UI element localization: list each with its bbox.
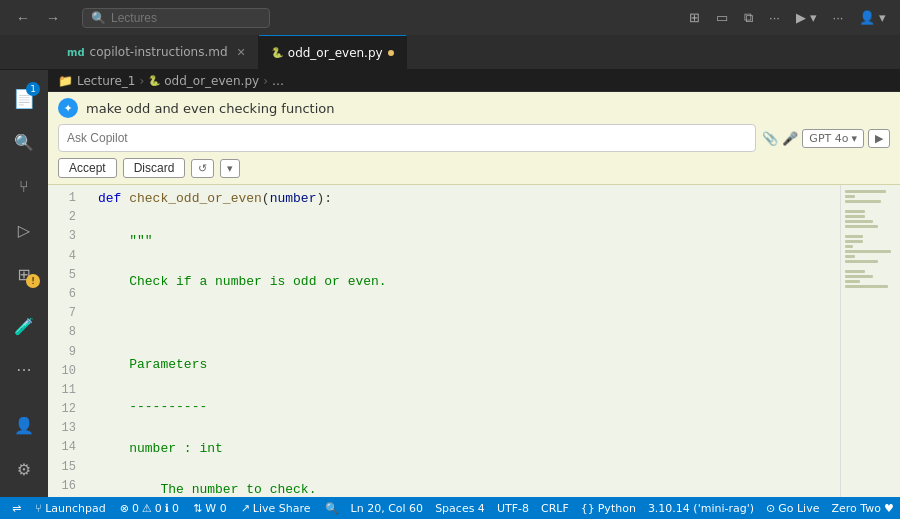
search-input[interactable] — [111, 11, 261, 25]
copilot-input-row: 📎 🎤 GPT 4o ▾ ▶ — [58, 124, 890, 152]
heart-icon: ♥ — [884, 502, 894, 515]
sync-icon: ⇅ — [193, 502, 202, 515]
line-numbers: 12345 678910 1112131415 1617181920 — [48, 185, 90, 497]
breadcrumb-sep2: › — [263, 74, 268, 88]
copilot-message-row: ✦ make odd and even checking function — [58, 98, 890, 118]
copilot-avatar: ✦ — [58, 98, 78, 118]
py-icon: 🐍 — [271, 47, 283, 58]
extensions-badge: ! — [26, 274, 40, 288]
breadcrumb-py-icon: 🐍 — [148, 75, 160, 86]
layout-button[interactable]: ⊞ — [685, 8, 704, 27]
dropdown-button[interactable]: ▾ — [220, 159, 240, 178]
sidebar-toggle[interactable]: ▭ — [712, 8, 732, 27]
panel-toggle[interactable]: ⧉ — [740, 8, 757, 28]
tab-label: odd_or_even.py — [288, 46, 383, 60]
status-search[interactable]: 🔍 — [319, 497, 345, 519]
status-branch[interactable]: ⑂ Launchpad — [29, 497, 112, 519]
code-editor[interactable]: 12345 678910 1112131415 1617181920 def c… — [48, 185, 900, 497]
search-status-icon: 🔍 — [325, 502, 339, 515]
tab-close[interactable]: ✕ — [237, 46, 246, 59]
search-icon[interactable]: 🔍 — [4, 122, 44, 162]
title-bar-right: ⊞ ▭ ⧉ ··· ▶ ▾ ··· 👤 ▾ — [685, 8, 890, 28]
ask-copilot-input[interactable] — [58, 124, 756, 152]
status-encoding[interactable]: UTF-8 — [491, 497, 535, 519]
run-button[interactable]: ▶ ▾ — [792, 8, 821, 27]
error-count: 0 — [132, 502, 139, 515]
ellipsis-button[interactable]: ··· — [829, 8, 848, 27]
warning-count: 0 — [155, 502, 162, 515]
theme-label: Zero Two — [831, 502, 880, 515]
main-layout: 📄 1 🔍 ⑂ ▷ ⊞ ! 🧪 ··· 👤 ⚙ — [0, 70, 900, 497]
dots-icon[interactable]: ··· — [4, 350, 44, 390]
tab-odd-or-even[interactable]: 🐍 odd_or_even.py — [259, 35, 407, 69]
run-debug-icon[interactable]: ▷ — [4, 210, 44, 250]
editor-area: 📁 Lecture_1 › 🐍 odd_or_even.py › … ✦ mak… — [48, 70, 900, 497]
activity-bar: 📄 1 🔍 ⑂ ▷ ⊞ ! 🧪 ··· 👤 ⚙ — [0, 70, 48, 497]
account-icon[interactable]: 👤 — [4, 405, 44, 445]
status-line-ending[interactable]: CRLF — [535, 497, 575, 519]
status-theme[interactable]: Zero Two ♥ — [825, 497, 899, 519]
error-icon: ⊗ — [120, 502, 129, 515]
forward-button[interactable]: → — [40, 8, 66, 28]
status-version[interactable]: 3.10.14 ('mini-rag') — [642, 497, 760, 519]
tab-copilot-instructions[interactable]: md copilot-instructions.md ✕ — [55, 35, 259, 69]
version-label: 3.10.14 ('mini-rag') — [648, 502, 754, 515]
live-share-label: Live Share — [253, 502, 311, 515]
accept-button[interactable]: Accept — [58, 158, 117, 178]
status-live-share[interactable]: ↗ Live Share — [235, 497, 317, 519]
profile-button[interactable]: 👤 ▾ — [855, 8, 890, 27]
breadcrumb-ellipsis: … — [272, 74, 284, 88]
settings-icon[interactable]: ⚙ — [4, 449, 44, 489]
status-spaces[interactable]: Spaces 4 — [429, 497, 491, 519]
status-go-live[interactable]: ⊙ Go Live — [760, 497, 825, 519]
go-live-label: Go Live — [778, 502, 819, 515]
mic-icon[interactable]: 🎤 — [782, 131, 798, 146]
title-bar-left: ← → 🔍 — [10, 8, 280, 28]
copilot-input-icons: 📎 🎤 GPT 4o ▾ ▶ — [762, 129, 890, 148]
status-language[interactable]: {} Python — [575, 497, 642, 519]
more-button[interactable]: ··· — [765, 8, 784, 27]
search-icon: 🔍 — [91, 11, 106, 25]
live-share-icon: ↗ — [241, 502, 250, 515]
status-errors[interactable]: ⊗ 0 ⚠ 0 ℹ 0 — [114, 497, 185, 519]
breadcrumb-lecture: 📁 — [58, 74, 73, 88]
language-icon: {} — [581, 502, 595, 515]
status-bar: ⇌ ⑂ Launchpad ⊗ 0 ⚠ 0 ℹ 0 ⇅ W 0 ↗ Live S… — [0, 497, 900, 519]
tab-bar: md copilot-instructions.md ✕ 🐍 odd_or_ev… — [0, 35, 900, 70]
minimap — [840, 185, 900, 497]
go-live-icon: ⊙ — [766, 502, 775, 515]
back-button[interactable]: ← — [10, 8, 36, 28]
warning-icon: ⚠ — [142, 502, 152, 515]
model-selector[interactable]: GPT 4o ▾ — [802, 129, 864, 148]
tab-label: copilot-instructions.md — [90, 45, 228, 59]
explorer-icon[interactable]: 📄 1 — [4, 78, 44, 118]
info-count: 0 — [172, 502, 179, 515]
explorer-badge: 1 — [26, 82, 40, 96]
breadcrumb-file: odd_or_even.py — [164, 74, 259, 88]
status-position[interactable]: Ln 20, Col 60 — [345, 497, 430, 519]
nav-buttons: ← → — [10, 8, 66, 28]
discard-button[interactable]: Discard — [123, 158, 186, 178]
search-bar[interactable]: 🔍 — [82, 8, 270, 28]
spaces-label: Spaces 4 — [435, 502, 485, 515]
line-ending-label: CRLF — [541, 502, 569, 515]
send-button[interactable]: ▶ — [868, 129, 890, 148]
copilot-actions: Accept Discard ↺ ▾ — [58, 158, 890, 178]
breadcrumb-sep1: › — [139, 74, 144, 88]
extensions-icon[interactable]: ⊞ ! — [4, 254, 44, 294]
encoding-label: UTF-8 — [497, 502, 529, 515]
copilot-message-text: make odd and even checking function — [86, 101, 334, 116]
status-sync[interactable]: ⇅ W 0 — [187, 497, 233, 519]
source-control-icon[interactable]: ⑂ — [4, 166, 44, 206]
copilot-overlay: ✦ make odd and even checking function 📎 … — [48, 92, 900, 185]
status-remote[interactable]: ⇌ — [6, 497, 27, 519]
code-content[interactable]: def check_odd_or_even(number): """ Check… — [90, 185, 840, 497]
breadcrumb: 📁 Lecture_1 › 🐍 odd_or_even.py › … — [48, 70, 900, 92]
flask-icon[interactable]: 🧪 — [4, 306, 44, 346]
breadcrumb-lecture-label: Lecture_1 — [77, 74, 135, 88]
branch-label: Launchpad — [45, 502, 106, 515]
attachment-icon[interactable]: 📎 — [762, 131, 778, 146]
title-bar: ← → 🔍 ⊞ ▭ ⧉ ··· ▶ ▾ ··· 👤 ▾ — [0, 0, 900, 35]
modified-indicator — [388, 50, 394, 56]
refresh-button[interactable]: ↺ — [191, 159, 214, 178]
